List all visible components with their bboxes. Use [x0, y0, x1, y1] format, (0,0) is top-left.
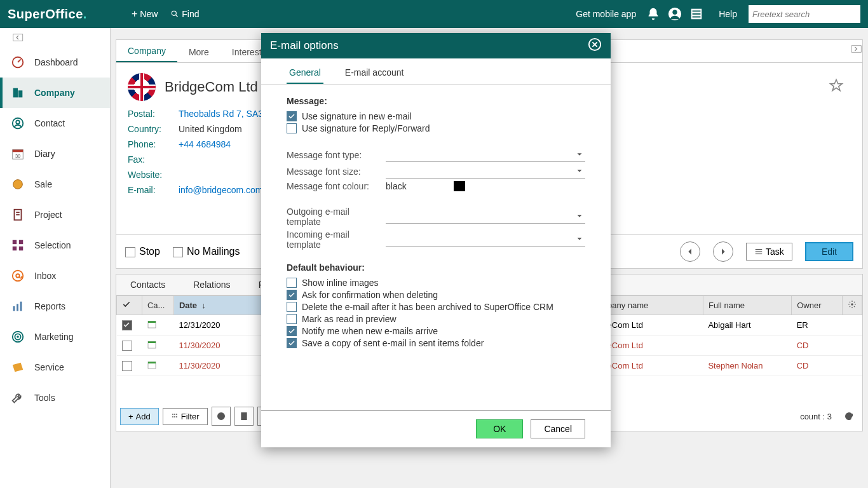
target-tool-icon[interactable]: [212, 407, 231, 426]
svg-point-34: [17, 336, 18, 337]
save-copy-checkbox[interactable]: [287, 338, 297, 348]
sidebar-item-reports[interactable]: Reports: [0, 291, 110, 322]
svg-rect-41: [148, 321, 156, 323]
notify-checkbox[interactable]: [287, 326, 297, 336]
svg-rect-29: [13, 306, 15, 311]
add-button[interactable]: + Add: [120, 408, 159, 425]
svg-line-1: [176, 15, 178, 17]
modal-tab-general[interactable]: General: [287, 64, 323, 84]
modal-tab-account[interactable]: E-mail account: [342, 64, 407, 84]
country-label: Country:: [128, 124, 179, 134]
lowertab-contacts[interactable]: Contacts: [116, 274, 179, 295]
sidebar-item-dashboard[interactable]: Dashboard: [0, 47, 110, 78]
website-label: Website:: [128, 170, 179, 180]
cancel-button[interactable]: Cancel: [531, 419, 585, 438]
sidebar-item-diary[interactable]: 30Diary: [0, 139, 110, 169]
svg-rect-7: [693, 17, 701, 18]
topbar: SuperOffice. +New Find Get mobile app He…: [0, 0, 868, 28]
edit-button[interactable]: Edit: [805, 242, 853, 261]
task-button[interactable]: Task: [746, 243, 792, 261]
sidebar-collapse[interactable]: [0, 28, 110, 47]
outgoing-template-select[interactable]: [386, 210, 585, 224]
incoming-template-select[interactable]: [386, 233, 585, 247]
next-button[interactable]: [713, 241, 733, 262]
svg-rect-54: [241, 413, 247, 420]
right-panel-collapse[interactable]: [850, 44, 862, 56]
doc-tool-icon[interactable]: [234, 407, 254, 426]
gauge-icon: [10, 55, 25, 70]
sidebar-item-selection[interactable]: Selection: [0, 230, 110, 261]
col-category[interactable]: Ca...: [142, 296, 173, 315]
menu-icon[interactable]: [686, 3, 707, 25]
sidebar-item-contact[interactable]: Contact: [0, 108, 110, 139]
stop-checkbox[interactable]: Stop: [125, 246, 160, 257]
logo: SuperOffice.: [8, 7, 87, 22]
svg-rect-36: [756, 249, 763, 250]
prev-button[interactable]: [680, 241, 700, 262]
company-name: BridgeCom Ltd: [165, 79, 258, 95]
svg-rect-30: [17, 304, 18, 311]
inline-checkbox[interactable]: [287, 278, 297, 288]
colour-swatch[interactable]: [454, 181, 465, 191]
refresh-icon[interactable]: [839, 407, 858, 426]
modal-title: E-mail options: [270, 39, 339, 52]
favorite-star[interactable]: [828, 78, 844, 97]
svg-point-53: [219, 414, 222, 417]
col-check[interactable]: [117, 296, 142, 315]
col-settings[interactable]: [842, 296, 862, 315]
font-size-select[interactable]: [386, 165, 585, 179]
chevron-down-icon: [575, 150, 584, 161]
sig-reply-checkbox[interactable]: [287, 123, 297, 133]
tab-company[interactable]: Company: [116, 41, 177, 62]
find-button[interactable]: Find: [164, 5, 205, 23]
phone-label: Phone:: [128, 139, 179, 149]
fax-label: Fax:: [128, 154, 179, 165]
font-colour-value: black: [386, 181, 407, 191]
sig-new-checkbox[interactable]: [287, 111, 297, 121]
mobile-app-link[interactable]: Get mobile app: [569, 5, 642, 23]
col-company[interactable]: pany name: [602, 296, 703, 315]
filter-button[interactable]: Filter: [163, 408, 208, 425]
font-type-select[interactable]: [386, 148, 585, 162]
user-icon[interactable]: [664, 3, 686, 25]
message-section: Message:: [287, 96, 585, 106]
svg-rect-6: [693, 13, 701, 15]
svg-rect-31: [20, 302, 22, 311]
search-box[interactable]: [749, 5, 860, 23]
at-icon: [10, 268, 25, 283]
help-link[interactable]: Help: [707, 9, 749, 19]
sidebar-item-project[interactable]: Project: [0, 200, 110, 230]
sidebar-item-sale[interactable]: Sale: [0, 169, 110, 200]
sidebar-item-service[interactable]: Service: [0, 352, 110, 383]
confirm-checkbox[interactable]: [287, 290, 297, 300]
sidebar-item-inbox[interactable]: Inbox: [0, 261, 110, 291]
svg-point-3: [673, 10, 677, 15]
col-fullname[interactable]: Full name: [703, 296, 791, 315]
chart-icon: [10, 299, 25, 314]
email-options-modal: E-mail options General E-mail account Me…: [261, 33, 611, 447]
svg-rect-5: [693, 11, 701, 12]
svg-rect-13: [18, 90, 22, 97]
bell-icon[interactable]: [642, 3, 664, 25]
col-owner[interactable]: Owner: [792, 296, 843, 315]
coin-icon: [10, 177, 25, 192]
wrench-icon: [10, 390, 25, 405]
ok-button[interactable]: OK: [476, 419, 523, 438]
svg-rect-26: [19, 247, 23, 250]
svg-rect-37: [756, 251, 763, 252]
sidebar-item-tools[interactable]: Tools: [0, 383, 110, 413]
close-icon[interactable]: [588, 37, 602, 55]
svg-point-48: [176, 414, 177, 415]
svg-rect-10: [13, 34, 23, 41]
svg-rect-38: [756, 254, 763, 254]
sidebar-item-company[interactable]: Company: [0, 78, 110, 108]
chevron-down-icon: [575, 212, 584, 222]
new-button[interactable]: +New: [125, 4, 164, 24]
search-input[interactable]: [752, 10, 860, 19]
tab-more[interactable]: More: [177, 42, 220, 62]
no-mailings-checkbox[interactable]: No Mailings: [173, 246, 240, 257]
delete-after-checkbox[interactable]: [287, 302, 297, 312]
sidebar-item-marketing[interactable]: Marketing: [0, 322, 110, 352]
lowertab-relations[interactable]: Relations: [179, 274, 244, 295]
mark-read-checkbox[interactable]: [287, 314, 297, 324]
